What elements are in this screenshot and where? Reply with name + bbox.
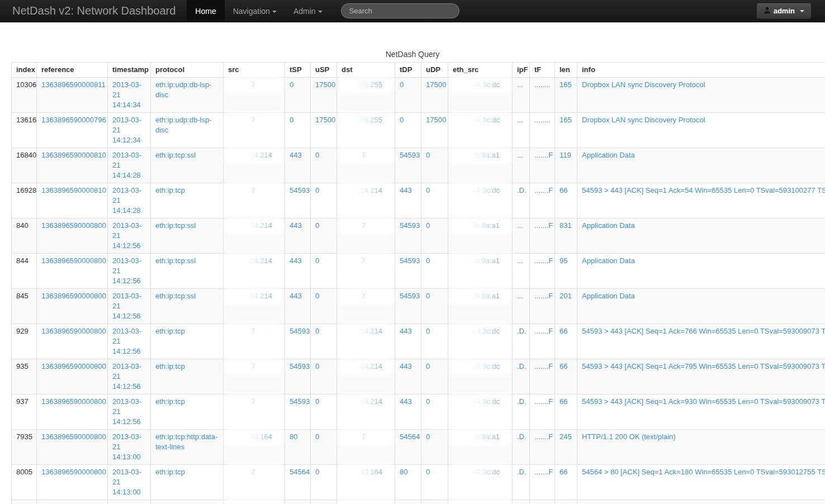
cell-tF[interactable]: .......F — [530, 324, 555, 359]
cell-tSP[interactable]: 54593 — [285, 183, 311, 218]
cell-timestamp[interactable]: 2013-03-21 14:12:56 — [108, 218, 151, 254]
cell-protocol[interactable]: eth:ip:tcp:http — [151, 500, 224, 504]
cell-tF[interactable]: .......F — [530, 465, 555, 500]
cell-tSP[interactable]: 443 — [285, 148, 311, 183]
cell-len[interactable]: 66 — [555, 465, 577, 500]
search-input[interactable] — [341, 3, 459, 18]
cell-reference[interactable]: 1363896590000800 — [37, 500, 108, 504]
cell-protocol[interactable]: eth:ip:tcp:ssl — [151, 218, 224, 254]
cell-uSP[interactable]: 0 — [311, 218, 337, 254]
cell-ipF[interactable]: ... — [513, 289, 530, 324]
cell-uDP[interactable]: 0 — [421, 218, 448, 254]
nav-item-admin[interactable]: Admin — [285, 0, 331, 22]
cell-uDP[interactable]: 0 — [421, 254, 448, 289]
nav-item-home[interactable]: Home — [187, 0, 224, 22]
cell-len[interactable]: 165 — [555, 113, 577, 148]
cell-timestamp[interactable]: 2013-03-21 14:12:56 — [108, 359, 151, 394]
cell-tSP[interactable]: 0 — [285, 113, 311, 148]
cell-protocol[interactable]: eth:ip:tcp — [151, 183, 224, 218]
cell-protocol[interactable]: eth:ip:tcp — [151, 359, 224, 394]
cell-info[interactable]: Application Data — [577, 148, 825, 183]
cell-timestamp[interactable]: 2013-03-21 14:12:56 — [108, 394, 151, 430]
cell-info[interactable]: Dropbox LAN sync Discovery Protocol — [577, 78, 825, 113]
cell-uSP[interactable]: 0 — [311, 183, 337, 218]
cell-info[interactable]: HTTP/1.1 200 OK (text/plain) — [577, 430, 825, 465]
cell-timestamp[interactable]: 2013-03-21 14:13:00 — [108, 465, 151, 500]
cell-len[interactable]: 201 — [555, 289, 577, 324]
cell-len[interactable]: 66 — [555, 394, 577, 430]
cell-reference[interactable]: 1363896590000810 — [37, 148, 108, 183]
cell-tF[interactable]: .......F — [530, 500, 555, 504]
cell-uDP[interactable]: 0 — [421, 394, 448, 430]
cell-tF[interactable]: .......F — [530, 183, 555, 218]
cell-tDP[interactable]: 80 — [395, 500, 421, 504]
cell-tF[interactable]: .......F — [530, 430, 555, 465]
cell-protocol[interactable]: eth:ip:tcp:http:data-text-lines — [151, 430, 224, 465]
cell-timestamp[interactable]: 2013-03-21 14:14:34 — [108, 78, 151, 113]
cell-reference[interactable]: 1363896590000800 — [37, 324, 108, 359]
cell-reference[interactable]: 1363896590000800 — [37, 289, 108, 324]
cell-protocol[interactable]: eth:ip:tcp — [151, 394, 224, 430]
cell-tDP[interactable]: 443 — [395, 394, 421, 430]
cell-info[interactable]: 54593 > 443 [ACK] Seq=1 Ack=930 Win=6553… — [577, 394, 825, 430]
cell-uDP[interactable]: 0 — [421, 500, 448, 504]
cell-protocol[interactable]: eth:ip:tcp — [151, 465, 224, 500]
cell-uDP[interactable]: 17500 — [421, 78, 448, 113]
cell-info[interactable]: GET /subscribe?host_int=50&ns_map=22572_… — [577, 500, 825, 504]
cell-tF[interactable]: .......F — [530, 218, 555, 254]
cell-ipF[interactable]: .D. — [513, 430, 530, 465]
cell-info[interactable]: 54593 > 443 [ACK] Seq=1 Ack=54 Win=65535… — [577, 183, 825, 218]
cell-uDP[interactable]: 0 — [421, 289, 448, 324]
cell-info[interactable]: Dropbox LAN sync Discovery Protocol — [577, 113, 825, 148]
cell-len[interactable]: 165 — [555, 78, 577, 113]
cell-tSP[interactable]: 54593 — [285, 324, 311, 359]
cell-protocol[interactable]: eth:ip:tcp:ssl — [151, 148, 224, 183]
cell-uSP[interactable]: 0 — [311, 289, 337, 324]
cell-timestamp[interactable]: 2013-03-21 14:13:00 — [108, 430, 151, 465]
cell-uDP[interactable]: 0 — [421, 430, 448, 465]
cell-reference[interactable]: 1363896590000800 — [37, 465, 108, 500]
cell-uSP[interactable]: 0 — [311, 430, 337, 465]
cell-uDP[interactable]: 0 — [421, 148, 448, 183]
cell-info[interactable]: Application Data — [577, 218, 825, 254]
cell-tSP[interactable]: 54564 — [285, 500, 311, 504]
cell-tSP[interactable]: 443 — [285, 254, 311, 289]
cell-len[interactable]: 283 — [555, 500, 577, 504]
cell-tDP[interactable]: 54593 — [395, 289, 421, 324]
cell-ipF[interactable]: .D. — [513, 465, 530, 500]
cell-reference[interactable]: 1363896590000800 — [37, 359, 108, 394]
cell-uSP[interactable]: 0 — [311, 394, 337, 430]
cell-ipF[interactable]: ... — [513, 78, 530, 113]
cell-uSP[interactable]: 0 — [311, 359, 337, 394]
cell-tF[interactable]: .......F — [530, 359, 555, 394]
cell-tF[interactable]: ........ — [530, 78, 555, 113]
cell-uSP[interactable]: 17500 — [311, 113, 337, 148]
cell-tF[interactable]: ........ — [530, 113, 555, 148]
cell-tF[interactable]: .......F — [530, 254, 555, 289]
cell-uDP[interactable]: 0 — [421, 324, 448, 359]
user-menu-button[interactable]: admin — [756, 3, 812, 19]
cell-tDP[interactable]: 80 — [395, 465, 421, 500]
cell-tDP[interactable]: 0 — [395, 78, 421, 113]
cell-reference[interactable]: 1363896590000811 — [37, 78, 108, 113]
cell-ipF[interactable]: ... — [513, 218, 530, 254]
cell-ipF[interactable]: .D. — [513, 500, 530, 504]
cell-tF[interactable]: .......F — [530, 394, 555, 430]
cell-len[interactable]: 66 — [555, 359, 577, 394]
cell-tDP[interactable]: 443 — [395, 324, 421, 359]
cell-ipF[interactable]: ... — [513, 113, 530, 148]
cell-uSP[interactable]: 0 — [311, 500, 337, 504]
cell-len[interactable]: 66 — [555, 324, 577, 359]
cell-uDP[interactable]: 0 — [421, 359, 448, 394]
cell-ipF[interactable]: ... — [513, 148, 530, 183]
cell-tSP[interactable]: 0 — [285, 78, 311, 113]
cell-ipF[interactable]: .D. — [513, 394, 530, 430]
cell-len[interactable]: 119 — [555, 148, 577, 183]
cell-protocol[interactable]: eth:ip:udp:db-lsp-disc — [151, 78, 224, 113]
cell-reference[interactable]: 1363896590000810 — [37, 183, 108, 218]
cell-tSP[interactable]: 443 — [285, 289, 311, 324]
cell-uSP[interactable]: 0 — [311, 324, 337, 359]
cell-timestamp[interactable]: 2013-03-21 14:12:34 — [108, 113, 151, 148]
cell-timestamp[interactable]: 2013-03-21 14:12:56 — [108, 324, 151, 359]
cell-timestamp[interactable]: 2013-03-21 14:14:28 — [108, 148, 151, 183]
